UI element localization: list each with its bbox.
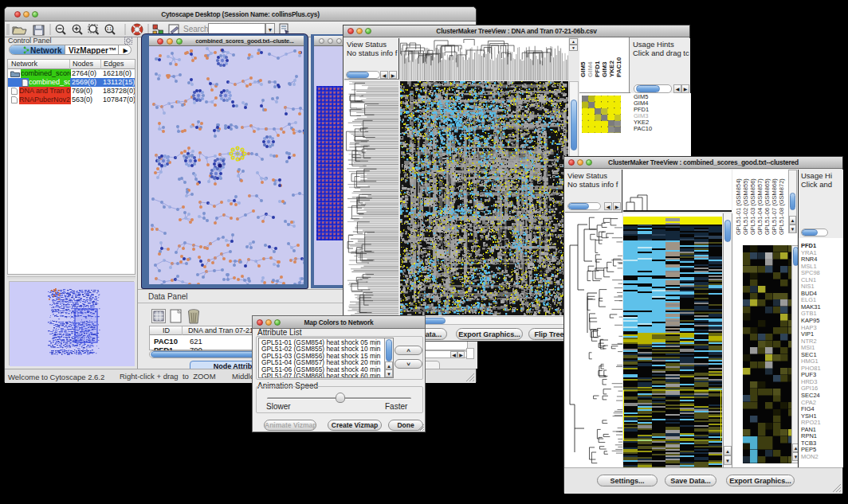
svg-text:GPL51-04 (GSM857): GPL51-04 (GSM857): [756, 178, 764, 235]
svg-text:GPL51-03 (GSM856): GPL51-03 (GSM856): [749, 178, 756, 235]
svg-text:PFD1: PFD1: [594, 61, 601, 77]
svg-text:GPL51-02 (GSM855): GPL51-02 (GSM855): [742, 178, 749, 235]
svg-text:GPL51-06 (GSM865): GPL51-06 (GSM865): [764, 178, 771, 235]
svg-text:GPL51-01 (GSM854): GPL51-01 (GSM854): [735, 178, 742, 235]
svg-text:GPL51-08 (GSM872): GPL51-08 (GSM872): [778, 178, 785, 235]
svg-text:1:1: 1:1: [107, 27, 112, 31]
svg-text:PAC10: PAC10: [615, 57, 622, 77]
svg-text:GIM4: GIM4: [587, 61, 594, 77]
svg-text:GPL51-07 (GSM868): GPL51-07 (GSM868): [771, 178, 778, 235]
svg-text:GIM3: GIM3: [601, 61, 608, 77]
svg-text:GIM5: GIM5: [579, 61, 587, 77]
svg-text:YKE2: YKE2: [608, 61, 615, 77]
